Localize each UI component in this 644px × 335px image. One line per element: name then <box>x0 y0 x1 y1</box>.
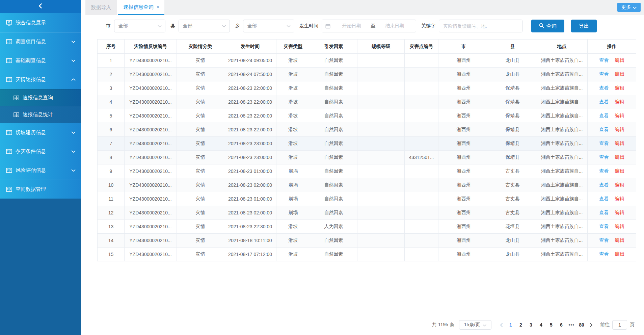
city-select[interactable]: 全部 <box>114 20 165 32</box>
page-button-6[interactable]: 6 <box>556 322 566 328</box>
cell-county: 古丈县 <box>489 164 536 178</box>
tab-label: 数据导入 <box>91 4 111 11</box>
view-link[interactable]: 查看 <box>599 224 609 229</box>
edit-link[interactable]: 编辑 <box>615 57 624 63</box>
cell-category: 灾情 <box>177 123 224 137</box>
edit-link[interactable]: 编辑 <box>615 224 624 229</box>
edit-link[interactable]: 编辑 <box>615 196 624 201</box>
chevron-down-icon <box>71 150 76 153</box>
next-page-button[interactable] <box>587 323 595 327</box>
edit-link[interactable]: 编辑 <box>615 251 624 257</box>
cell-point-code <box>405 81 438 95</box>
sidebar-collapse-button[interactable] <box>0 0 81 13</box>
view-link[interactable]: 查看 <box>599 237 609 243</box>
page-button-3[interactable]: 3 <box>526 322 536 328</box>
keyword-input[interactable] <box>439 20 522 32</box>
cell-disaster-type: 滑坡 <box>276 123 310 137</box>
edit-link[interactable]: 编辑 <box>615 99 624 104</box>
sidebar-item-survey-project-info[interactable]: 调查项目信息 <box>0 32 81 51</box>
table-row: 5 YZD43000020210... 灾情 2021-08-23 22:00:… <box>98 109 636 123</box>
goto-unit: 页 <box>630 322 635 328</box>
sidebar-subitem-report-query[interactable]: 速报信息查询 <box>0 89 81 106</box>
cell-occur-time: 2021-08-23 02:00:00 <box>224 178 276 192</box>
edit-link[interactable]: 编辑 <box>615 140 624 146</box>
page-size-select[interactable]: 15条/页 <box>459 320 491 330</box>
cell-actions: 查看编辑 <box>588 54 636 68</box>
page-button-5[interactable]: 5 <box>546 322 556 328</box>
sidebar-item-basic-survey-info[interactable]: 基础调查信息 <box>0 51 81 70</box>
sidebar-item-disaster-report-info[interactable]: 灾情速报信息 <box>0 70 81 89</box>
edit-link[interactable]: 编辑 <box>615 127 624 132</box>
view-link[interactable]: 查看 <box>599 85 609 91</box>
sidebar-item-spatial-data-management[interactable]: 空间数据管理 <box>0 180 81 199</box>
cell-index: 4 <box>98 95 125 109</box>
view-link[interactable]: 查看 <box>599 71 609 77</box>
goto-page-input[interactable] <box>612 320 627 330</box>
column-header: 地点 <box>536 40 588 54</box>
view-link[interactable]: 查看 <box>599 168 609 174</box>
sidebar-subitem-report-statistics[interactable]: 速报信息统计 <box>0 106 81 123</box>
page-button-80[interactable]: 80 <box>576 322 587 328</box>
cell-index: 3 <box>98 81 125 95</box>
sidebar-item-comprehensive-info[interactable]: 综合信息展示 <box>0 13 81 32</box>
edit-link[interactable]: 编辑 <box>615 113 624 118</box>
search-button[interactable]: 查询 <box>531 20 564 32</box>
page-button-2[interactable]: 2 <box>516 322 526 328</box>
cell-index: 10 <box>98 178 125 192</box>
edit-link[interactable]: 编辑 <box>615 237 624 243</box>
cell-city: 湘西州 <box>438 54 489 68</box>
cell-actions: 查看编辑 <box>588 234 636 248</box>
view-link[interactable]: 查看 <box>599 140 609 146</box>
edit-link[interactable]: 编辑 <box>615 168 624 174</box>
tab-report-query[interactable]: 速报信息查询 × <box>118 0 164 15</box>
page-size-value: 15条/页 <box>464 322 480 328</box>
view-link[interactable]: 查看 <box>599 113 609 118</box>
cell-index: 8 <box>98 151 125 164</box>
close-icon[interactable]: × <box>157 5 159 9</box>
prev-page-button[interactable] <box>497 323 506 327</box>
sidebar-item-slope-housing-info[interactable]: 切坡建房信息 <box>0 123 81 142</box>
view-link[interactable]: 查看 <box>599 57 609 63</box>
view-link[interactable]: 查看 <box>599 99 609 104</box>
more-button[interactable]: 更多 <box>617 3 641 12</box>
cell-feedback-code: YZD43000020210... <box>125 68 177 81</box>
view-link[interactable]: 查看 <box>599 251 609 257</box>
edit-link[interactable]: 编辑 <box>615 210 624 215</box>
edit-link[interactable]: 编辑 <box>615 85 624 91</box>
cell-category: 灾情 <box>177 137 224 151</box>
view-link[interactable]: 查看 <box>599 154 609 160</box>
view-link[interactable]: 查看 <box>599 210 609 215</box>
export-button[interactable]: 导出 <box>571 20 597 32</box>
cell-location: 湘西土家族苗族自... <box>536 220 588 234</box>
start-date-placeholder: 开始日期 <box>334 23 370 29</box>
view-link[interactable]: 查看 <box>599 127 609 132</box>
table-icon <box>6 39 12 44</box>
edit-link[interactable]: 编辑 <box>615 182 624 187</box>
goto-label: 前往 <box>600 322 610 328</box>
cell-county: 保靖县 <box>489 123 536 137</box>
cell-trigger-factor: 自然因素 <box>310 123 357 137</box>
cell-city: 湘西州 <box>438 151 489 164</box>
page-button-4[interactable]: 4 <box>536 322 546 328</box>
sidebar-submenu: 速报信息查询 速报信息统计 <box>0 89 81 123</box>
cell-scale-level <box>357 109 405 123</box>
cell-scale-level <box>357 192 405 206</box>
edit-link[interactable]: 编辑 <box>615 71 624 77</box>
tab-bar-background <box>164 0 644 15</box>
sidebar-item-risk-assessment-info[interactable]: 风险评估信息 <box>0 161 81 180</box>
table-icon <box>6 149 12 154</box>
date-range-picker[interactable]: 开始日期 至 结束日期 <box>322 20 416 32</box>
view-link[interactable]: 查看 <box>599 196 609 201</box>
cell-feedback-code: YZD43000020210... <box>125 151 177 164</box>
sidebar-item-hazard-condition-info[interactable]: 孕灾条件信息 <box>0 142 81 161</box>
table-header: 序号 灾险情反馈编号 灾险情分类 发生时间 灾害类型 引发因素 规模等级 灾害点… <box>98 40 636 54</box>
tab-data-import[interactable]: 数据导入 <box>85 0 117 15</box>
county-select[interactable]: 全部 <box>179 20 230 32</box>
more-pages-icon[interactable]: ••• <box>566 322 576 328</box>
page-button-1[interactable]: 1 <box>506 322 516 328</box>
edit-link[interactable]: 编辑 <box>615 154 624 160</box>
cell-category: 灾情 <box>177 248 224 261</box>
town-select[interactable]: 全部 <box>243 20 294 32</box>
cell-county: 龙山县 <box>489 68 536 81</box>
view-link[interactable]: 查看 <box>599 182 609 187</box>
